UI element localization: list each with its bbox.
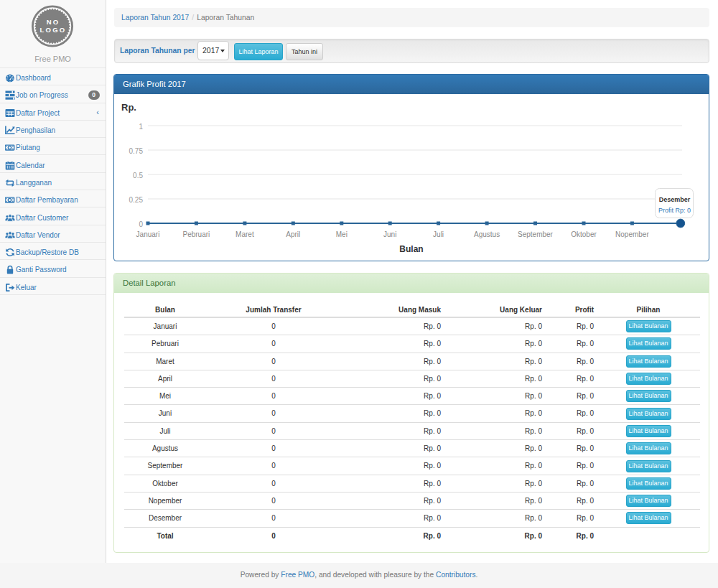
svg-text:Agustus: Agustus [474,230,500,238]
svg-text:September: September [518,230,554,238]
svg-text:Pebruari: Pebruari [182,230,210,238]
svg-text:0.75: 0.75 [129,147,144,155]
svg-text:1: 1 [139,123,143,131]
svg-text:LOGO: LOGO [40,26,67,34]
svg-text:0: 0 [139,220,143,228]
svg-text:Januari: Januari [136,230,160,238]
svg-text:April: April [286,230,300,238]
svg-text:Juli: Juli [433,230,444,238]
svg-text:Rp.: Rp. [121,102,136,113]
svg-text:Desember: Desember [659,196,691,203]
svg-text:0.25: 0.25 [129,196,144,204]
svg-text:Nopember: Nopember [615,230,649,238]
svg-text:Bulan: Bulan [399,244,423,254]
svg-text:Oktober: Oktober [571,230,597,238]
svg-text:Profit Rp: 0: Profit Rp: 0 [658,207,691,214]
svg-text:Maret: Maret [236,230,254,238]
svg-text:Juni: Juni [383,230,396,238]
svg-text:0.5: 0.5 [133,172,143,179]
svg-text:Mei: Mei [336,230,348,238]
svg-text:NO: NO [47,18,60,26]
